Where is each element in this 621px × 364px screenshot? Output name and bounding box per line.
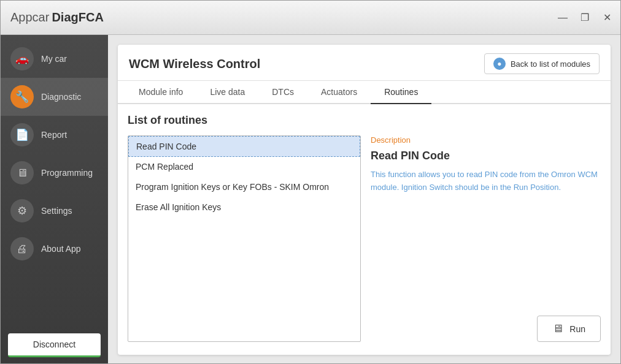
diagnostic-icon: 🔧 — [10, 85, 34, 108]
app-title-appcar: Appcar — [10, 10, 49, 25]
tab-dtcs[interactable]: DTCs — [258, 81, 307, 104]
routine-item-erase-all-ignition-keys[interactable]: Erase All Ignition Keys — [128, 197, 360, 218]
description-title: Read PIN Code — [371, 150, 601, 162]
close-button[interactable]: ✕ — [601, 13, 613, 23]
sidebar-item-diagnostic[interactable]: 🔧 Diagnostic — [1, 78, 108, 116]
disconnect-btn-container: Disconnect — [1, 326, 108, 364]
back-btn-label: Back to list of modules — [511, 59, 590, 69]
sidebar-label-my-car: My car — [41, 54, 67, 64]
tab-live-data[interactable]: Live data — [196, 81, 258, 104]
back-icon: ● — [493, 58, 506, 70]
disconnect-button[interactable]: Disconnect — [8, 333, 101, 357]
sidebar-label-settings: Settings — [41, 206, 72, 216]
module-header: WCM Wireless Control ● Back to list of m… — [118, 45, 611, 81]
description-label: Description — [371, 135, 601, 145]
routines-section-title: List of routines — [128, 114, 601, 127]
description-panel: Description Read PIN Code This function … — [371, 135, 601, 342]
tab-routines[interactable]: Routines — [371, 81, 431, 104]
sidebar-label-diagnostic: Diagnostic — [41, 92, 81, 102]
main-layout: 🚗 My car 🔧 Diagnostic 📄 Report 🖥 Program… — [1, 35, 620, 364]
routine-item-pcm-replaced[interactable]: PCM Replaced — [128, 157, 360, 177]
app-title-diagfca: DiagFCA — [52, 10, 103, 25]
maximize-button[interactable]: ❐ — [579, 13, 591, 23]
sidebar: 🚗 My car 🔧 Diagnostic 📄 Report 🖥 Program… — [1, 35, 108, 364]
routines-list: Read PIN Code PCM Replaced Program Ignit… — [128, 135, 361, 342]
run-icon: 🖥 — [552, 322, 563, 335]
sidebar-item-programming[interactable]: 🖥 Programming — [1, 154, 108, 192]
tab-actuators[interactable]: Actuators — [307, 81, 371, 104]
sidebar-label-about-app: About App — [41, 244, 81, 254]
run-button[interactable]: 🖥 Run — [537, 316, 601, 342]
content-area: WCM Wireless Control ● Back to list of m… — [108, 35, 620, 364]
routines-layout: Read PIN Code PCM Replaced Program Ignit… — [128, 135, 601, 342]
window-controls: — ❐ ✕ — [557, 13, 613, 23]
routine-item-read-pin-code[interactable]: Read PIN Code — [128, 136, 360, 157]
sidebar-item-report[interactable]: 📄 Report — [1, 116, 108, 154]
programming-icon: 🖥 — [10, 161, 34, 184]
routine-item-program-ignition-keys[interactable]: Program Ignition Keys or Key FOBs - SKIM… — [128, 177, 360, 197]
app-logo: Appcar DiagFCA — [10, 10, 104, 25]
sidebar-item-about-app[interactable]: 🖨 About App — [1, 230, 108, 268]
sidebar-item-settings[interactable]: ⚙ Settings — [1, 192, 108, 230]
module-panel: WCM Wireless Control ● Back to list of m… — [118, 45, 611, 355]
sidebar-label-report: Report — [41, 130, 67, 140]
tab-module-info[interactable]: Module info — [125, 81, 196, 104]
settings-icon: ⚙ — [10, 199, 34, 222]
car-icon: 🚗 — [10, 47, 34, 70]
minimize-button[interactable]: — — [557, 13, 569, 23]
tab-content: List of routines Read PIN Code PCM Repla… — [118, 104, 611, 355]
tabs-bar: Module info Live data DTCs Actuators Rou… — [118, 81, 611, 104]
run-btn-label: Run — [569, 324, 585, 334]
about-icon: 🖨 — [10, 237, 34, 260]
sidebar-item-my-car[interactable]: 🚗 My car — [1, 40, 108, 78]
report-icon: 📄 — [10, 123, 34, 146]
module-title: WCM Wireless Control — [129, 57, 260, 71]
run-btn-container: 🖥 Run — [371, 316, 601, 342]
description-text: This function allows you to read PIN cod… — [371, 169, 601, 308]
sidebar-label-programming: Programming — [41, 168, 93, 178]
back-to-modules-button[interactable]: ● Back to list of modules — [484, 53, 600, 74]
titlebar: Appcar DiagFCA — ❐ ✕ — [1, 1, 620, 35]
